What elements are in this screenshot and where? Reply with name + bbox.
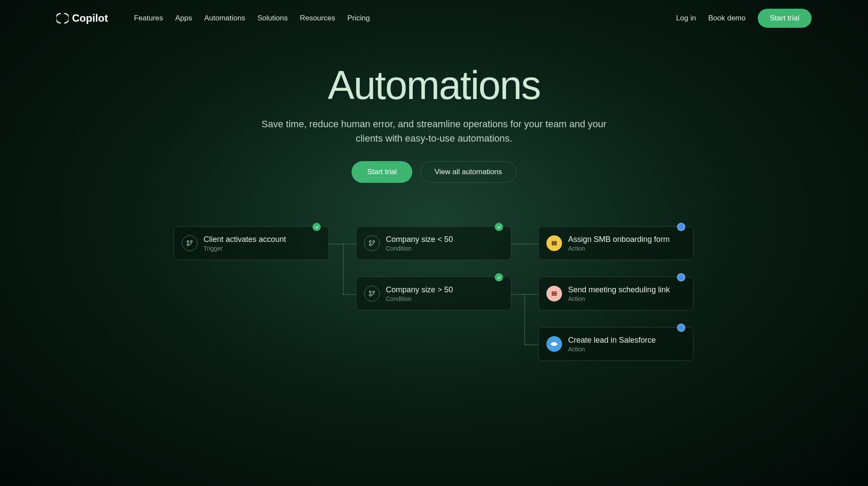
status-check-icon — [312, 223, 321, 231]
nav-solutions[interactable]: Solutions — [257, 14, 288, 23]
svg-rect-12 — [552, 294, 556, 295]
card-title: Client activates account — [204, 235, 286, 244]
svg-point-10 — [373, 291, 375, 293]
card-text: Assign SMB onboarding form Action — [568, 235, 670, 252]
card-sub: Condition — [386, 245, 453, 252]
nav-pricing[interactable]: Pricing — [347, 14, 370, 23]
card-text: Client activates account Trigger — [204, 235, 286, 252]
page-subtitle: Save time, reduce human error, and strea… — [256, 117, 612, 145]
svg-point-4 — [369, 244, 371, 246]
book-demo-link[interactable]: Book demo — [708, 14, 746, 23]
automation-diagram: Client activates account Trigger Company… — [174, 226, 694, 391]
connector-line — [343, 294, 356, 295]
card-sub: Action — [568, 346, 656, 353]
svg-point-2 — [191, 241, 192, 242]
svg-point-9 — [369, 294, 371, 296]
connector-line — [524, 294, 525, 344]
svg-rect-7 — [552, 244, 556, 245]
salesforce-icon — [546, 336, 562, 352]
brand-logo[interactable]: Copilot — [56, 12, 108, 24]
card-title: Send meeting scheduling link — [568, 285, 670, 294]
hero-start-trial-button[interactable]: Start trial — [352, 161, 412, 183]
connector-line — [343, 244, 356, 245]
card-title: Create lead in Salesforce — [568, 336, 656, 345]
nav-features[interactable]: Features — [134, 14, 163, 23]
nav-automations[interactable]: Automations — [204, 14, 245, 23]
card-title: Company size > 50 — [386, 285, 453, 294]
header-actions: Log in Book demo Start trial — [676, 9, 812, 28]
connector-line — [511, 294, 524, 295]
status-running-icon — [677, 324, 685, 332]
card-text: Create lead in Salesforce Action — [568, 336, 656, 353]
connector-line — [511, 244, 538, 245]
workflow-card-condition: Company size < 50 Condition — [356, 226, 511, 260]
svg-point-0 — [187, 241, 189, 242]
branch-icon — [364, 286, 380, 301]
card-title: Company size < 50 — [386, 235, 453, 244]
svg-point-1 — [187, 244, 189, 246]
workflow-card-condition: Company size > 50 Condition — [356, 277, 511, 311]
connector-line — [343, 244, 344, 294]
card-text: Company size > 50 Condition — [386, 285, 453, 302]
status-check-icon — [495, 223, 503, 231]
card-sub: Trigger — [204, 245, 286, 252]
svg-point-5 — [373, 241, 375, 242]
brand-name: Copilot — [72, 12, 108, 24]
logo-mark-icon — [56, 12, 69, 24]
card-sub: Action — [568, 295, 670, 302]
login-link[interactable]: Log in — [676, 14, 696, 23]
svg-rect-6 — [552, 241, 556, 243]
connector-line — [524, 294, 538, 295]
form-icon — [546, 235, 562, 251]
card-text: Company size < 50 Condition — [386, 235, 453, 252]
nav-apps[interactable]: Apps — [175, 14, 192, 23]
status-running-icon — [677, 273, 685, 281]
page-title: Automations — [9, 63, 859, 108]
card-sub: Condition — [386, 295, 453, 302]
connector-line — [524, 344, 538, 345]
workflow-card-action: Assign SMB onboarding form Action — [538, 226, 694, 260]
hero-section: Automations Save time, reduce human erro… — [0, 36, 868, 200]
start-trial-button[interactable]: Start trial — [758, 9, 812, 28]
view-all-automations-button[interactable]: View all automations — [420, 161, 516, 183]
workflow-card-action: Send meeting scheduling link Action — [538, 277, 694, 311]
card-sub: Action — [568, 245, 670, 252]
svg-rect-11 — [552, 292, 556, 293]
card-title: Assign SMB onboarding form — [568, 235, 670, 244]
workflow-card-trigger: Client activates account Trigger — [174, 226, 329, 260]
workflow-card-action: Create lead in Salesforce Action — [538, 327, 694, 361]
status-running-icon — [677, 223, 685, 231]
branch-icon — [182, 235, 197, 251]
main-nav: Features Apps Automations Solutions Reso… — [134, 14, 370, 23]
svg-point-8 — [369, 291, 371, 293]
calendar-icon — [546, 286, 562, 301]
connector-line — [329, 244, 343, 245]
card-text: Send meeting scheduling link Action — [568, 285, 670, 302]
nav-resources[interactable]: Resources — [300, 14, 335, 23]
svg-point-3 — [369, 241, 371, 242]
branch-icon — [364, 235, 380, 251]
status-check-icon — [495, 273, 503, 281]
main-header: Copilot Features Apps Automations Soluti… — [0, 0, 868, 36]
hero-cta-group: Start trial View all automations — [9, 161, 859, 183]
